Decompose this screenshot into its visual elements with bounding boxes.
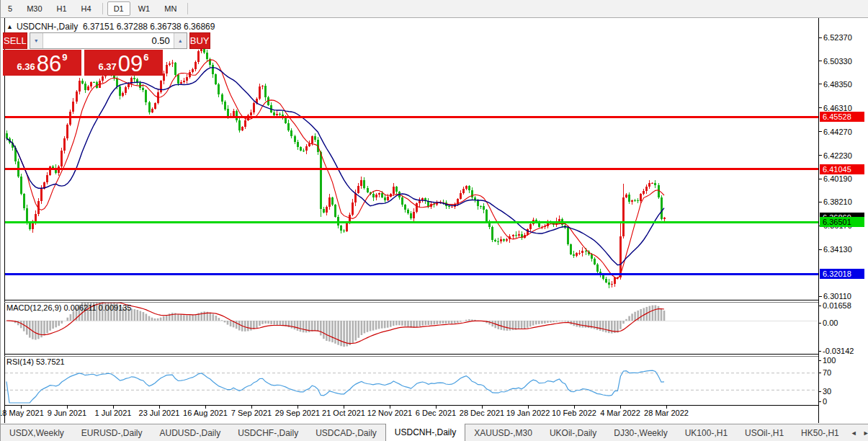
timeframe-button-d1[interactable]: D1: [107, 1, 130, 16]
buy-price-display[interactable]: 6.37 09 6: [84, 50, 163, 76]
price-tick-label: 6.40190: [823, 174, 852, 184]
tab-scroll-arrows: ◄►: [848, 424, 868, 441]
volume-input[interactable]: [43, 33, 174, 48]
timeframe-button-mn[interactable]: MN: [158, 1, 183, 16]
chart-tab-usdchfdaily[interactable]: USDCHF-,Daily: [229, 424, 307, 441]
date-tick-label: 4 Mar 2022: [600, 409, 640, 417]
sell-price-sup: 9: [62, 52, 67, 63]
timeframe-button-h4[interactable]: H4: [75, 1, 98, 16]
timeframe-button-m30[interactable]: M30: [20, 1, 48, 16]
date-tick-label: 10 Feb 2022: [552, 409, 596, 417]
chart-tab-bar: USDX,WeeklyEURUSD-,DailyAUDUSD-,DailyUSD…: [1, 424, 868, 441]
date-tick-label: 7 Sep 2021: [231, 409, 272, 417]
macd-indicator-label: MACD(12,26,9) 0.006211 0.009135: [6, 303, 131, 312]
price-tick-label: 6.50330: [823, 57, 852, 66]
timeframe-toolbar: 5M30H1H4D1W1MN: [1, 0, 868, 18]
chart-tab-usdcaddaily[interactable]: USDCAD-,Daily: [307, 424, 385, 441]
chart-tab-dj30weekly[interactable]: DJ30-,Weekly: [605, 424, 676, 441]
price-tick-label: 6.48350: [823, 80, 852, 89]
toolbar-separator: [102, 3, 103, 14]
timeframe-button-h1[interactable]: H1: [50, 1, 73, 16]
price-tick-label: 6.52370: [823, 33, 852, 43]
timeframe-button-5[interactable]: 5: [1, 1, 19, 16]
rsi-axis-label: 70: [823, 368, 831, 378]
price-badge: 6.36501: [820, 217, 864, 227]
price-tick-label: 6.38210: [823, 197, 852, 207]
toolbar-separator: [187, 3, 188, 14]
buy-price-sup: 6: [143, 52, 148, 63]
sell-price-big: 86: [37, 53, 61, 75]
chart-tab-xauusdm30[interactable]: XAUUSD-,M30: [465, 424, 541, 441]
volume-increase-icon[interactable]: ▲: [174, 33, 187, 48]
sell-price-display[interactable]: 6.36 86 9: [3, 50, 81, 76]
macd-axis-label: 0.01658: [823, 301, 851, 311]
date-tick-label: 18 May 2021: [0, 409, 44, 417]
chart-tab-audusddaily[interactable]: AUDUSD-,Daily: [151, 424, 229, 441]
rsi-indicator-label: RSI(14) 53.7521: [6, 357, 65, 366]
chart-tab-ukoildaily[interactable]: UKOil-,Daily: [541, 424, 605, 441]
date-tick-label: 28 Mar 2022: [644, 409, 689, 417]
volume-decrease-icon[interactable]: ▼: [30, 33, 43, 48]
rsi-axis-label: 30: [823, 387, 831, 396]
buy-price-small: 6.37: [98, 61, 116, 72]
price-tick-label: 6.42230: [823, 151, 852, 161]
buy-price-big: 09: [118, 53, 143, 75]
price-badge: 6.45528: [820, 112, 864, 122]
buy-button[interactable]: BUY: [189, 32, 210, 49]
date-tick-label: 1 Jul 2021: [95, 409, 132, 417]
date-tick-label: 29 Sep 2021: [275, 409, 320, 417]
macd-axis-label: 0.00: [823, 318, 838, 328]
one-click-trading-panel: SELL ▼ ▲ BUY 6.36 86 9 6.37 09 6: [3, 32, 163, 76]
chart-tab-usdxweekly[interactable]: USDX,Weekly: [1, 424, 73, 441]
sell-button[interactable]: SELL: [3, 32, 27, 49]
rsi-axis-label: 0: [823, 397, 827, 406]
volume-spinner: ▼ ▲: [30, 32, 187, 49]
chart-tab-uk100h1[interactable]: UK100-,H1: [676, 424, 736, 441]
date-tick-label: 23 Jul 2021: [139, 409, 180, 417]
macd-axis-label: -0.03142: [823, 347, 854, 356]
chart-tab-eurusddaily[interactable]: EURUSD-,Daily: [73, 424, 151, 441]
price-tick-label: 6.44270: [823, 128, 852, 137]
chart-title-ohlc: 6.37151 6.37288 6.36738 6.36869: [83, 22, 215, 32]
date-tick-label: 9 Jun 2021: [48, 409, 86, 417]
date-tick-label: 21 Oct 2021: [322, 409, 365, 417]
chart-tab-hk50h1[interactable]: HK50-,H1: [792, 424, 848, 441]
chart-tab-usdcnhdaily[interactable]: USDCNH-,Daily: [385, 424, 465, 441]
date-tick-label: 12 Nov 2021: [367, 409, 412, 417]
price-badge: 6.32018: [820, 269, 864, 279]
sell-price-small: 6.36: [17, 61, 35, 72]
price-tick-label: 6.34130: [823, 245, 852, 254]
chart-tab-usoilh1[interactable]: USOil-,H1: [736, 424, 792, 441]
price-badge: 6.41045: [820, 164, 864, 174]
trading-app-window: 5M30H1H4D1W1MN ▲USDCNH-,Daily 6.37151 6.…: [0, 0, 868, 441]
collapse-icon[interactable]: ▲: [6, 23, 13, 30]
date-tick-label: 16 Aug 2021: [183, 409, 228, 417]
tab-scroll-left-icon[interactable]: ◄: [848, 429, 860, 437]
rsi-axis-label: 100: [823, 356, 836, 365]
date-tick-label: 6 Dec 2021: [416, 409, 456, 417]
timeframe-button-w1[interactable]: W1: [132, 1, 157, 16]
price-tick-label: 6.30110: [823, 292, 851, 301]
tab-scroll-right-icon[interactable]: ►: [860, 429, 868, 437]
chart-title: ▲USDCNH-,Daily 6.37151 6.37288 6.36738 6…: [6, 22, 215, 32]
date-tick-label: 19 Jan 2022: [506, 409, 550, 417]
chart-title-symbol: USDCNH-,Daily: [17, 22, 78, 32]
date-tick-label: 28 Dec 2021: [460, 409, 504, 417]
